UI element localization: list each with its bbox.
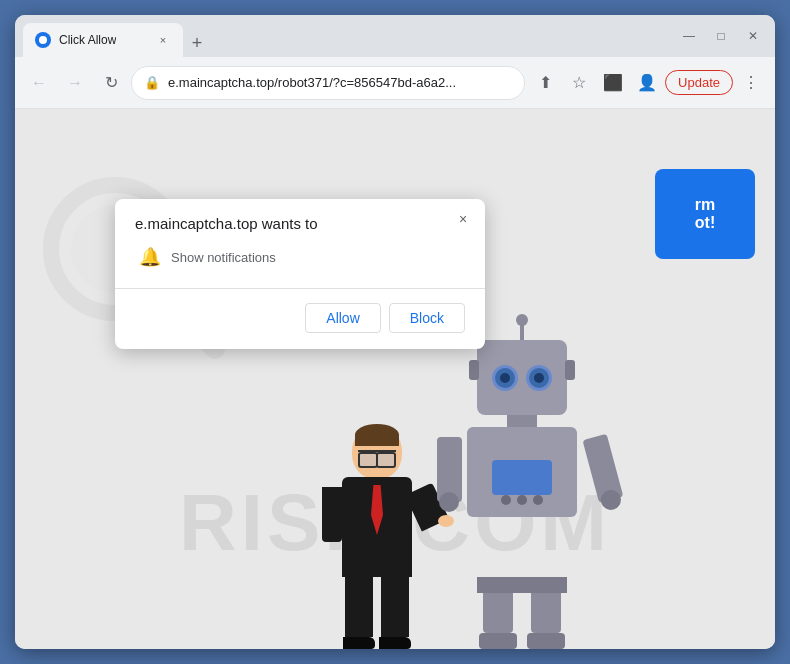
robot-foot-left bbox=[479, 633, 517, 649]
robot-screen bbox=[492, 460, 552, 495]
update-button[interactable]: Update bbox=[665, 70, 733, 95]
tab-favicon bbox=[35, 32, 51, 48]
address-bar[interactable]: 🔒 e.maincaptcha.top/robot371/?c=856547bd… bbox=[131, 66, 525, 100]
person-hand bbox=[438, 515, 454, 527]
robot-leg-right bbox=[531, 593, 561, 633]
address-text: e.maincaptcha.top/robot371/?c=856547bd-a… bbox=[168, 75, 512, 90]
robot-neck bbox=[507, 415, 537, 427]
share-icon[interactable]: ⬆ bbox=[529, 67, 561, 99]
person-glasses bbox=[358, 450, 396, 460]
profile-icon[interactable]: 👤 bbox=[631, 67, 663, 99]
person-tie bbox=[371, 485, 383, 535]
maximize-button[interactable]: □ bbox=[707, 22, 735, 50]
reload-button[interactable]: ↻ bbox=[95, 67, 127, 99]
block-button[interactable]: Block bbox=[389, 303, 465, 333]
notification-popup: × e.maincaptcha.top wants to 🔔 Show noti… bbox=[115, 199, 485, 349]
illustration-scene bbox=[317, 320, 577, 649]
robot-buttons bbox=[501, 495, 543, 505]
robot-foot-right bbox=[527, 633, 565, 649]
popup-actions: Allow Block bbox=[135, 303, 465, 333]
robot-arm-left bbox=[437, 437, 462, 502]
person-hair bbox=[355, 424, 399, 446]
person-body bbox=[342, 477, 412, 577]
person-leg-right bbox=[381, 577, 409, 637]
person-shoe-right bbox=[379, 637, 411, 649]
robot-ear-right bbox=[565, 360, 575, 380]
toolbar: ← → ↻ 🔒 e.maincaptcha.top/robot371/?c=85… bbox=[15, 57, 775, 109]
allow-button[interactable]: Allow bbox=[305, 303, 380, 333]
popup-title: e.maincaptcha.top wants to bbox=[135, 215, 465, 232]
forward-button[interactable]: → bbox=[59, 67, 91, 99]
person-legs bbox=[343, 577, 411, 649]
bookmark-icon[interactable]: ☆ bbox=[563, 67, 595, 99]
robot-body bbox=[467, 427, 577, 517]
robot-illustration bbox=[467, 320, 577, 649]
robot-button-2 bbox=[517, 495, 527, 505]
toolbar-actions: ⬆ ☆ ⬛ 👤 Update ⋮ bbox=[529, 67, 767, 99]
bell-icon: 🔔 bbox=[139, 246, 161, 268]
lock-icon: 🔒 bbox=[144, 75, 160, 90]
cta-line1: rm bbox=[695, 196, 715, 214]
robot-eye-right bbox=[526, 365, 552, 391]
popup-divider bbox=[115, 288, 485, 289]
popup-close-button[interactable]: × bbox=[453, 209, 473, 229]
robot-eye-left bbox=[492, 365, 518, 391]
robot-legs bbox=[479, 593, 565, 649]
person-leg-left bbox=[345, 577, 373, 637]
minimize-button[interactable]: — bbox=[675, 22, 703, 50]
cta-area: rm ot! bbox=[655, 169, 755, 259]
robot-antenna bbox=[520, 320, 524, 340]
robot-button-1 bbox=[501, 495, 511, 505]
browser-tab[interactable]: Click Allow × bbox=[23, 23, 183, 57]
person-illustration bbox=[317, 424, 437, 649]
cta-line2: ot! bbox=[695, 214, 715, 232]
new-tab-button[interactable]: + bbox=[183, 29, 211, 57]
page-content: RISK.COM rm ot! bbox=[15, 109, 775, 649]
person-head bbox=[352, 424, 402, 479]
permission-text: Show notifications bbox=[171, 250, 276, 265]
robot-hand-right bbox=[599, 488, 623, 512]
robot-hand-left bbox=[439, 492, 459, 512]
tab-title: Click Allow bbox=[59, 33, 116, 47]
browser-window: Click Allow × + — □ ✕ ← → ↻ 🔒 e.maincapt… bbox=[15, 15, 775, 649]
split-tab-icon[interactable]: ⬛ bbox=[597, 67, 629, 99]
permission-row: 🔔 Show notifications bbox=[135, 246, 465, 268]
tab-close-button[interactable]: × bbox=[155, 32, 171, 48]
menu-icon[interactable]: ⋮ bbox=[735, 67, 767, 99]
robot-button-3 bbox=[533, 495, 543, 505]
close-button[interactable]: ✕ bbox=[739, 22, 767, 50]
robot-waist bbox=[477, 577, 567, 593]
tab-area: Click Allow × + bbox=[23, 15, 667, 57]
robot-arm-right bbox=[582, 434, 623, 503]
person-left-arm bbox=[322, 487, 342, 542]
window-controls: — □ ✕ bbox=[675, 22, 767, 50]
robot-head bbox=[477, 340, 567, 415]
robot-leg-left bbox=[483, 593, 513, 633]
robot-ear-left bbox=[469, 360, 479, 380]
back-button[interactable]: ← bbox=[23, 67, 55, 99]
person-shoe-left bbox=[343, 637, 375, 649]
title-bar: Click Allow × + — □ ✕ bbox=[15, 15, 775, 57]
